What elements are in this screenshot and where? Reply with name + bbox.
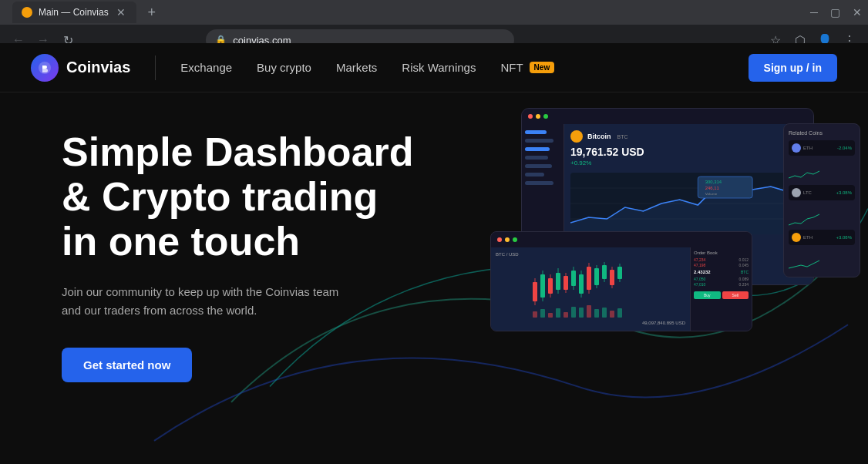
- sidebar-item-1: [525, 130, 547, 134]
- coin-price: 19,761.52 USD: [570, 146, 807, 158]
- hero-subtitle: Join our community to keep up with the C…: [62, 283, 355, 320]
- browser-chrome: Main — Coinvias ✕ + ─ ▢ ✕ ← → ↻ 🔒 coinvi…: [0, 0, 868, 43]
- logo-icon: [31, 54, 59, 82]
- svg-rect-35: [556, 308, 560, 318]
- related-coin-eth: ETH -2.04%: [789, 140, 855, 156]
- s-dot-red: [497, 237, 502, 242]
- ob-row: 47,010 0.234: [694, 282, 749, 287]
- bitcoin-icon: [570, 130, 583, 143]
- nav-divider: [155, 55, 156, 80]
- bnb-icon: [792, 233, 801, 242]
- ltc-icon: [792, 188, 801, 197]
- svg-rect-37: [571, 307, 576, 318]
- trade-buttons: Buy Sell: [694, 291, 749, 299]
- sidebar-item-2: [525, 139, 553, 143]
- coin-ticker: BTC: [617, 134, 628, 140]
- ltc-name: LTC: [803, 190, 833, 195]
- ob-spread: 2.43232 BTC: [694, 270, 749, 274]
- dot-red: [528, 114, 533, 119]
- order-book-list: 47,234 0.012 47,198 0.045 2.43232 BTC: [694, 257, 749, 287]
- close-button[interactable]: ✕: [853, 6, 862, 18]
- ob-price: 47,050: [694, 277, 705, 281]
- buy-button[interactable]: Buy: [694, 291, 721, 299]
- ltc-chart: [789, 211, 819, 227]
- svg-text:246,11: 246,11: [705, 186, 719, 190]
- eth-name: ETH: [803, 146, 835, 150]
- browser-tab[interactable]: Main — Coinvias ✕: [12, 2, 136, 23]
- secondary-dashboard-window: BTC / USD: [490, 231, 752, 331]
- hero-left: Simple Dashboard & Crypto trading in one…: [62, 129, 416, 382]
- order-book-title: Order Book: [694, 250, 749, 255]
- browser-title-bar: Main — Coinvias ✕ + ─ ▢ ✕: [0, 0, 868, 25]
- price-label: 49,097,840.895 USD: [496, 321, 685, 325]
- svg-rect-39: [587, 305, 591, 318]
- dashboard-mockup: Bitcoin BTC 19,761.52 USD +0.92%: [490, 108, 860, 331]
- ob-row: 47,234 0.012: [694, 257, 749, 262]
- ob-spread-pct: BTC: [741, 270, 749, 274]
- logo-text: Coinvias: [66, 59, 130, 76]
- related-coins-panel: Related Coins ETH -2.04% LTC +3.08%: [783, 123, 860, 277]
- nav-markets[interactable]: Markets: [336, 61, 377, 74]
- tab-favicon: [22, 7, 32, 18]
- sign-up-button[interactable]: Sign up / in: [749, 54, 837, 82]
- order-book-panel: Order Book 47,234 0.012 47,198 0.045: [690, 247, 752, 331]
- related-panel-title: Related Coins: [789, 130, 855, 136]
- svg-rect-41: [602, 308, 607, 318]
- nav-buy-crypto[interactable]: Buy crypto: [257, 61, 311, 74]
- candlestick-area: BTC / USD: [491, 247, 690, 331]
- svg-rect-42: [610, 311, 614, 318]
- tab-title: Main — Coinvias: [39, 7, 109, 18]
- svg-rect-34: [548, 313, 553, 318]
- nav-nft-label: NFT: [500, 61, 523, 74]
- svg-text:Volume: Volume: [705, 192, 718, 196]
- bnb-chart: [789, 256, 819, 271]
- price-chart: 300,314 246,11 Volume: [570, 173, 807, 234]
- eth-icon: [792, 143, 801, 153]
- secondary-body: BTC / USD: [491, 247, 752, 331]
- nav-links: Exchange Buy crypto Markets Risk Warning…: [180, 61, 748, 74]
- svg-rect-32: [533, 311, 537, 318]
- ob-price: 47,198: [694, 263, 705, 267]
- candlestick-label: BTC / USD: [496, 252, 685, 257]
- new-tab-button[interactable]: +: [143, 3, 161, 22]
- ob-qty: 0.089: [738, 277, 749, 281]
- dot-green: [543, 114, 548, 119]
- sidebar-item-3: [525, 147, 550, 151]
- ob-mid-price: 2.43232: [694, 270, 711, 274]
- related-coin-ltc: LTC +3.08%: [789, 185, 855, 200]
- nav-nft[interactable]: NFT New: [500, 61, 554, 74]
- ob-row: 47,198 0.045: [694, 263, 749, 267]
- coin-name: Bitcoin: [587, 133, 611, 140]
- ob-qty: 0.012: [738, 257, 749, 262]
- eth-chart: [789, 166, 819, 182]
- maximize-button[interactable]: ▢: [830, 6, 840, 18]
- tab-close-button[interactable]: ✕: [115, 6, 127, 18]
- svg-rect-33: [540, 309, 545, 318]
- ob-qty: 0.234: [738, 282, 749, 287]
- window-top-bar: [522, 109, 813, 124]
- dot-yellow: [536, 114, 540, 119]
- cta-button[interactable]: Get started now: [62, 348, 192, 382]
- ob-row: 47,050 0.089: [694, 277, 749, 281]
- ltc-change: +3.08%: [836, 190, 852, 195]
- bnb-change: +3.08%: [836, 235, 852, 240]
- svg-rect-36: [564, 312, 568, 318]
- candlestick-chart: [496, 259, 685, 321]
- svg-rect-40: [594, 309, 599, 318]
- minimize-button[interactable]: ─: [810, 6, 818, 18]
- website-content: Coinvias Exchange Buy crypto Markets Ris…: [0, 43, 868, 464]
- coin-header: Bitcoin BTC: [570, 130, 807, 143]
- window-controls: ─ ▢ ✕: [810, 6, 862, 18]
- sidebar-item-4: [525, 156, 548, 160]
- logo-area[interactable]: Coinvias: [31, 54, 130, 82]
- nav-exchange[interactable]: Exchange: [180, 61, 232, 74]
- eth-change: -2.04%: [837, 146, 852, 150]
- sidebar-item-7: [525, 181, 553, 185]
- sidebar-item-5: [525, 164, 552, 168]
- nav-risk-warnings[interactable]: Risk Warnings: [402, 61, 476, 74]
- s-dot-green: [513, 237, 517, 242]
- ob-price: 47,010: [694, 282, 705, 287]
- navbar: Coinvias Exchange Buy crypto Markets Ris…: [0, 43, 868, 92]
- ob-qty: 0.045: [738, 263, 749, 267]
- sell-button[interactable]: Sell: [722, 291, 749, 299]
